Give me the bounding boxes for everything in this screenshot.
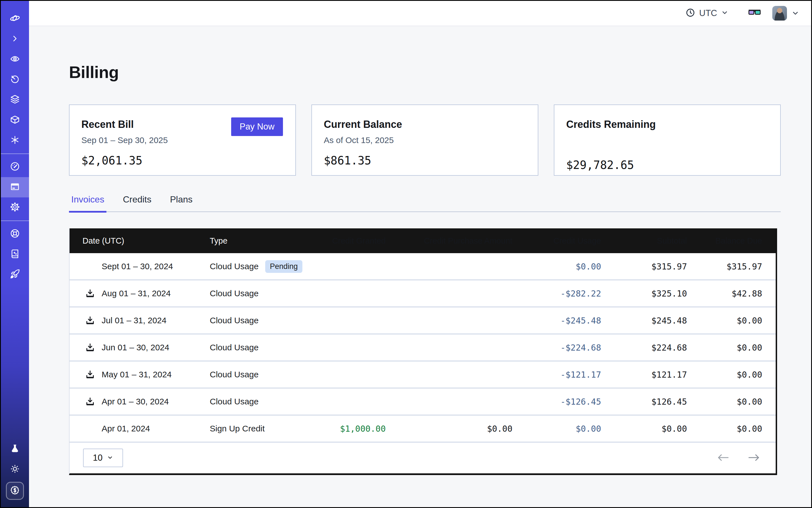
credit-granted: $1,000.00: [311, 424, 386, 434]
sidebar-item-home[interactable]: [1, 9, 29, 29]
sidebar-item-observe[interactable]: [1, 49, 29, 70]
sidebar-item-settings[interactable]: [1, 198, 29, 218]
invoice-type: Cloud Usage: [210, 289, 258, 298]
column-header: Balance Due: [687, 236, 778, 246]
sidebar-item-history[interactable]: [1, 70, 29, 90]
invoice-type: Cloud Usage: [210, 370, 258, 379]
layers-icon: [10, 94, 20, 105]
topbar: UTC: [29, 1, 811, 26]
invoice-date: Apr 01 – 30, 2024: [102, 397, 169, 406]
billing-tabs: InvoicesCreditsPlans: [69, 194, 781, 212]
credit-usage: $0.00: [512, 424, 601, 434]
invoice-type: Cloud Usage: [210, 397, 258, 406]
sidebar-divider: [1, 220, 29, 221]
credit-usage: -$126.45: [512, 397, 601, 407]
download-invoice-button[interactable]: [85, 316, 95, 325]
sidebar-item-usage[interactable]: [1, 157, 29, 177]
rocket-icon: [10, 269, 20, 280]
page-size-value: 10: [93, 453, 102, 463]
sidebar-item-shell[interactable]: [1, 29, 29, 49]
invoice-table-body: Sept 01 – 30, 2024Cloud UsagePending$0.0…: [70, 253, 776, 442]
invoice-row: Aug 01 – 31, 2024Cloud Usage-$282.22$325…: [70, 280, 776, 307]
pay-now-button[interactable]: Pay Now: [231, 118, 283, 136]
lifebuoy-icon: [10, 228, 20, 240]
credit-purchase-amount: $0.00: [386, 424, 512, 434]
recent-bill-card: Recent Bill Sep 01 – Sep 30, 2025 $2,061…: [69, 104, 296, 176]
sidebar-item-experiments[interactable]: [1, 439, 29, 459]
balance-due: $0.00: [687, 370, 778, 380]
chevron-down-icon: [107, 453, 113, 463]
card-amount: $2,061.35: [81, 154, 284, 167]
invoice-row: Apr 01 – 30, 2024Cloud Usage-$126.45$126…: [70, 388, 776, 415]
subtotal: $245.48: [601, 316, 687, 326]
content-area: Billing Recent Bill Sep 01 – Sep 30, 202…: [29, 26, 811, 507]
chevron-right-icon: [10, 34, 20, 44]
sidebar-item-support[interactable]: [1, 224, 29, 244]
clock-icon: [686, 8, 695, 18]
credits-dollar-badge-icon: [10, 485, 20, 497]
invoice-row: Apr 01, 2024Sign Up Credit$1,000.00$0.00…: [70, 415, 776, 442]
account-menu-button[interactable]: [792, 9, 799, 17]
subtotal: $315.97: [601, 262, 687, 271]
tab-invoices[interactable]: Invoices: [69, 194, 106, 211]
sidebar-item-layers[interactable]: [1, 90, 29, 110]
card-amount: $29,782.65: [566, 159, 768, 171]
next-page-button[interactable]: [747, 453, 760, 463]
eye-icon: [10, 54, 20, 65]
card-amount: $861.35: [324, 154, 526, 167]
tab-credits[interactable]: Credits: [121, 194, 154, 211]
orbit-logo-icon: [9, 13, 20, 25]
column-header: Credit Granted: [311, 236, 386, 246]
download-invoice-button[interactable]: [85, 343, 95, 352]
sidebar-item-secrets[interactable]: [1, 130, 29, 151]
sidebar-item-launch[interactable]: [1, 264, 29, 285]
sidebar: [1, 1, 29, 507]
chevron-down-icon: [721, 9, 728, 17]
beta-features-button[interactable]: [748, 8, 761, 18]
app-window: UTC Billing Recent Bill: [0, 0, 812, 508]
sidebar-divider: [1, 154, 29, 154]
download-invoice-button[interactable]: [85, 370, 95, 379]
download-invoice-button[interactable]: [85, 289, 95, 298]
sidebar-item-docs[interactable]: [1, 244, 29, 264]
user-avatar[interactable]: [772, 6, 787, 20]
column-header: Date (UTC): [70, 236, 199, 246]
docs-book-icon: [10, 249, 20, 260]
sidebar-item-theme[interactable]: [1, 459, 29, 479]
balance-due: $0.00: [687, 397, 778, 407]
timezone-label: UTC: [699, 8, 717, 18]
balance-due: $315.97: [687, 262, 778, 271]
column-header: Credit Usage: [512, 236, 601, 246]
status-badge: Pending: [265, 260, 302, 273]
invoice-date: Jun 01 – 30, 2024: [102, 343, 169, 352]
invoice-row: Jul 01 – 31, 2024Cloud Usage-$245.48$245…: [70, 307, 776, 334]
sidebar-item-billing[interactable]: [1, 177, 29, 198]
card-subtitle: As of Oct 15, 2025: [324, 135, 526, 145]
download-invoice-button[interactable]: [85, 397, 95, 406]
invoice-table: Date (UTC)TypeCredit GrantedCredit Purch…: [69, 228, 777, 475]
timezone-selector[interactable]: UTC: [686, 8, 728, 18]
sidebar-item-credits[interactable]: [6, 482, 24, 500]
sidebar-item-volumes[interactable]: [1, 110, 29, 130]
invoice-date: Jul 01 – 31, 2024: [102, 316, 166, 325]
invoice-type: Cloud Usage: [210, 343, 258, 352]
arrow-left-icon: [717, 453, 730, 463]
credit-usage: -$245.48: [512, 316, 601, 326]
asterisk-icon: [10, 135, 20, 146]
invoice-table-header: Date (UTC)TypeCredit GrantedCredit Purch…: [70, 228, 776, 253]
summary-cards: Recent Bill Sep 01 – Sep 30, 2025 $2,061…: [69, 104, 781, 176]
subtotal: $121.17: [601, 370, 687, 380]
page-size-select[interactable]: 10: [83, 449, 123, 467]
column-header: Credit Purchase Amount: [386, 236, 512, 246]
invoice-date: May 01 – 31, 2024: [102, 370, 172, 379]
gauge-dashboard-icon: [10, 161, 20, 173]
subtotal: $0.00: [601, 424, 687, 434]
arrow-right-icon: [747, 453, 760, 463]
subtotal: $224.68: [601, 343, 687, 352]
invoice-type: Cloud Usage: [210, 262, 258, 271]
subtotal: $126.45: [601, 397, 687, 407]
tab-plans[interactable]: Plans: [168, 194, 195, 211]
invoice-type: Sign Up Credit: [210, 424, 265, 433]
balance-due: $0.00: [687, 316, 778, 326]
prev-page-button[interactable]: [717, 453, 730, 463]
